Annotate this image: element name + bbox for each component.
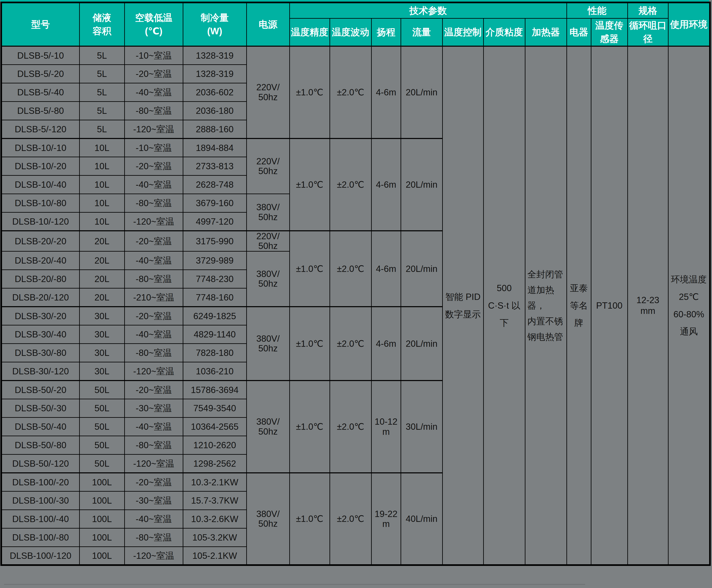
- col-header-nozzle: 循环咀口 径: [628, 18, 668, 46]
- model-cell: DLSB-50/-30: [1, 399, 79, 417]
- temp-range-cell: -40~室温: [124, 83, 183, 102]
- flow-cell: 40L/min: [401, 473, 442, 565]
- cooling-cell: 2628-748: [183, 175, 246, 194]
- temp-range-cell: -20~室温: [124, 157, 183, 175]
- fluctuation-cell: ±2.0℃: [330, 380, 371, 473]
- model-cell: DLSB-50/-40: [1, 417, 79, 436]
- cooling-cell: 10.3-2.6KW: [183, 510, 246, 528]
- precision-cell: ±1.0℃: [289, 307, 330, 380]
- volume-cell: 20L: [79, 288, 124, 307]
- temp-range-cell: -10~室温: [124, 139, 183, 157]
- temp-range-cell: -80~室温: [124, 194, 183, 212]
- temp-range-cell: -20~室温: [124, 380, 183, 399]
- cooling-cell: 10364-2565: [183, 417, 246, 436]
- cooling-cell: 10.3-2.1KW: [183, 473, 246, 491]
- power-cell: 220V/ 50hz: [246, 46, 289, 139]
- temp-range-cell: -40~室温: [124, 417, 183, 436]
- nozzle-cell: 12-23 mm: [628, 46, 668, 565]
- spec-table: 型号 储液 容积 空载低温 (℃) 制冷量 (W) 电源 技术参数 性能 规格 …: [0, 2, 711, 566]
- electrical-cell: 亚泰 等名 牌: [567, 46, 591, 565]
- col-header-model: 型号: [1, 2, 79, 46]
- temp-range-cell: -30~室温: [124, 399, 183, 417]
- fluctuation-cell: ±2.0℃: [330, 139, 371, 231]
- model-cell: DLSB-20/-80: [1, 270, 79, 288]
- col-header-flow: 流量: [401, 18, 442, 46]
- flow-cell: 20L/min: [401, 46, 442, 139]
- temp-range-cell: -80~室温: [124, 270, 183, 288]
- flow-cell: 20L/min: [401, 231, 442, 307]
- model-cell: DLSB-30/-20: [1, 307, 79, 325]
- temp-range-cell: -120~室温: [124, 120, 183, 139]
- model-cell: DLSB-30/-40: [1, 325, 79, 343]
- model-cell: DLSB-20/-40: [1, 251, 79, 270]
- temp-range-cell: -210~室温: [124, 288, 183, 307]
- model-cell: DLSB-50/-20: [1, 380, 79, 399]
- cooling-cell: 105-2.1KW: [183, 547, 246, 565]
- volume-cell: 100L: [79, 528, 124, 547]
- col-header-fluctuation: 温度波动: [330, 18, 371, 46]
- table-row: DLSB-5/-105L-10~室温1328-319220V/ 50hz±1.0…: [1, 46, 710, 64]
- temp-range-cell: -120~室温: [124, 454, 183, 473]
- temp-range-cell: -20~室温: [124, 473, 183, 491]
- header-row-groups: 型号 储液 容积 空载低温 (℃) 制冷量 (W) 电源 技术参数 性能 规格 …: [1, 2, 710, 18]
- lift-cell: 19-22 m: [371, 473, 401, 565]
- model-cell: DLSB-5/-20: [1, 64, 79, 83]
- lift-cell: 4-6m: [371, 307, 401, 380]
- temp-range-cell: -40~室温: [124, 175, 183, 194]
- volume-cell: 10L: [79, 212, 124, 231]
- group-header-tech-params: 技术参数: [289, 2, 567, 18]
- precision-cell: ±1.0℃: [289, 46, 330, 139]
- volume-cell: 5L: [79, 83, 124, 102]
- power-cell: 220V/ 50hz: [246, 139, 289, 194]
- col-header-volume: 储液 容积: [79, 2, 124, 46]
- page-background: { "colors": { "header_teal": "#00b2a2", …: [0, 0, 712, 588]
- volume-cell: 100L: [79, 547, 124, 565]
- power-cell: 380V/ 50hz: [246, 307, 289, 380]
- volume-cell: 5L: [79, 46, 124, 64]
- model-cell: DLSB-50/-120: [1, 454, 79, 473]
- temp-range-cell: -120~室温: [124, 212, 183, 231]
- temp-range-cell: -80~室温: [124, 528, 183, 547]
- temp-range-cell: -120~室温: [124, 362, 183, 380]
- volume-cell: 20L: [79, 251, 124, 270]
- volume-cell: 10L: [79, 157, 124, 175]
- cooling-cell: 7748-230: [183, 270, 246, 288]
- temp-range-cell: -40~室温: [124, 251, 183, 270]
- flow-cell: 30L/min: [401, 380, 442, 473]
- cooling-cell: 7748-160: [183, 288, 246, 307]
- temp-control-cell: 智能 PID 数字显示: [442, 46, 483, 565]
- cooling-cell: 1298-2562: [183, 454, 246, 473]
- volume-cell: 10L: [79, 139, 124, 157]
- volume-cell: 5L: [79, 64, 124, 83]
- col-header-environment: 使用环境: [668, 2, 710, 46]
- cooling-cell: 7828-180: [183, 343, 246, 362]
- flow-cell: 20L/min: [401, 307, 442, 380]
- volume-cell: 20L: [79, 231, 124, 251]
- cooling-cell: 7549-3540: [183, 399, 246, 417]
- volume-cell: 30L: [79, 325, 124, 343]
- power-cell: 220V/ 50hz: [246, 231, 289, 251]
- volume-cell: 30L: [79, 362, 124, 380]
- precision-cell: ±1.0℃: [289, 473, 330, 565]
- temp-range-cell: -20~室温: [124, 64, 183, 83]
- cooling-cell: 1328-319: [183, 64, 246, 83]
- cooling-cell: 105-3.2KW: [183, 528, 246, 547]
- temp-range-cell: -20~室温: [124, 231, 183, 251]
- table-body: DLSB-5/-105L-10~室温1328-319220V/ 50hz±1.0…: [1, 46, 710, 565]
- col-header-viscosity: 介质粘度: [483, 18, 525, 46]
- col-header-cooling: 制冷量 (W): [183, 2, 246, 46]
- model-cell: DLSB-100/-40: [1, 510, 79, 528]
- volume-cell: 50L: [79, 399, 124, 417]
- col-header-sensor: 温度传 感器: [591, 18, 628, 46]
- cooling-cell: 4997-120: [183, 212, 246, 231]
- temp-range-cell: -80~室温: [124, 436, 183, 454]
- viscosity-cell: 500 C·S·t 以下: [483, 46, 525, 565]
- cooling-cell: 1036-210: [183, 362, 246, 380]
- flow-cell: 20L/min: [401, 139, 442, 231]
- volume-cell: 10L: [79, 175, 124, 194]
- precision-cell: ±1.0℃: [289, 380, 330, 473]
- fluctuation-cell: ±2.0℃: [330, 307, 371, 380]
- col-header-temp-control: 温度控制: [442, 18, 483, 46]
- lift-cell: 4-6m: [371, 46, 401, 139]
- power-cell: 380V/ 50hz: [246, 194, 289, 231]
